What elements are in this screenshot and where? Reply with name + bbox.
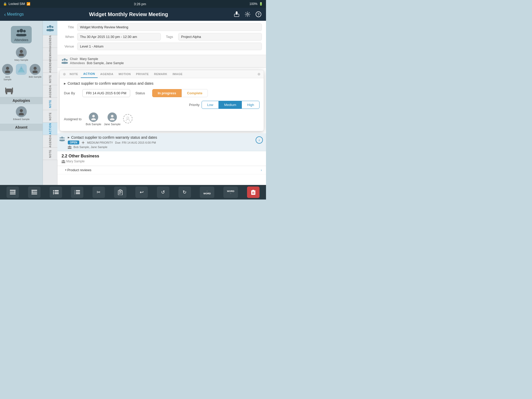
svg-point-3: [247, 14, 249, 15]
toolbar-redo-btn[interactable]: ↻: [178, 187, 191, 198]
when-value[interactable]: Thu 30 Apr 2015 11:30 pm - 12:30 am: [77, 33, 161, 41]
priority-high-button[interactable]: High: [242, 101, 260, 109]
tab-attendees[interactable]: [43, 21, 57, 35]
popup-tab-action[interactable]: ACTION: [81, 70, 98, 78]
main-layout: Attendees Mary Sample: [0, 21, 266, 185]
toolbar-expand-btn[interactable]: [28, 187, 41, 198]
svg-rect-86: [119, 190, 121, 191]
tab-agenda-4[interactable]: AGENDA: [43, 135, 57, 148]
avatar-jane: [2, 64, 13, 75]
popup-tab-private[interactable]: PRIVATE: [133, 70, 151, 78]
action-assignees-text: Bob Sample, Jane Sample: [74, 145, 107, 149]
help-button[interactable]: ?: [255, 11, 262, 18]
status-time: 3:26 pm: [134, 2, 146, 6]
popup-nav-right[interactable]: ⊕: [256, 71, 262, 77]
tab-note-4[interactable]: NOTE: [43, 148, 57, 160]
venue-value[interactable]: Level 1 - Atrium: [77, 43, 262, 50]
tab-agenda-2[interactable]: AGENDA: [43, 60, 57, 73]
svg-point-6: [19, 29, 23, 32]
attendee-mary: Mary Sample: [14, 47, 28, 61]
tags-value[interactable]: Project Alpha: [178, 33, 262, 41]
action-row-meta: OPEN MEDIUM PRIORITY Due: FRI 14 AUG 201…: [68, 141, 254, 144]
toolbar-numbered-btn[interactable]: 1 2 3: [71, 187, 83, 198]
action-open-badge: OPEN: [68, 141, 79, 144]
svg-point-40: [92, 115, 95, 117]
toolbar-clipboard-btn[interactable]: [114, 187, 127, 198]
svg-point-42: [111, 115, 114, 117]
bottom-toolbar: 1 2 3 ✂ ↩ ↺ ↻ ~ WORD WORD ~: [0, 185, 266, 200]
assigned-jane-avatar: [108, 112, 117, 122]
priority-buttons: Low Medium High: [202, 101, 260, 109]
tab-remark-1[interactable]: REMARK: [43, 48, 57, 60]
meeting-tabs: AGENDA REMARK AGENDA NOTE AGENDA NOTE NO…: [43, 21, 57, 185]
venue-row: Venue Level 1 - Atrium: [62, 43, 262, 50]
title-label: Title: [62, 25, 77, 29]
status-label: Status: [135, 91, 145, 95]
meeting-info: Title Widget Monthly Review Meeting When…: [57, 21, 266, 55]
tab-note-3[interactable]: NOTE: [43, 110, 57, 123]
tab-action[interactable]: ACTION: [43, 123, 57, 135]
assigned-empty[interactable]: [123, 114, 132, 124]
status-bar-left: 🔒 Locked SIM 📶: [3, 2, 30, 6]
toolbar-word-to-btn[interactable]: WORD ~: [223, 187, 238, 198]
svg-marker-72: [31, 191, 32, 193]
title-value[interactable]: Widget Monthly Review Meeting: [77, 23, 262, 31]
tab-note-1[interactable]: NOTE: [43, 73, 57, 85]
svg-point-59: [63, 160, 64, 162]
action-row-content: Contact supplier to confirm warranty sta…: [68, 135, 254, 149]
status-bar-right: 100% 🔋: [249, 2, 263, 6]
toolbar-undo-btn[interactable]: ↺: [157, 187, 169, 198]
priority-medium-button[interactable]: Medium: [219, 101, 242, 109]
popup-tab-motion[interactable]: MOTION: [116, 70, 133, 78]
battery-icon: 🔋: [259, 2, 263, 6]
svg-point-20: [32, 70, 38, 73]
svg-point-36: [62, 59, 63, 61]
priority-row: Priority Low Medium High: [64, 101, 260, 109]
attendees-button[interactable]: Attendees: [11, 26, 32, 43]
agenda-bullet-chevron: ›: [261, 168, 262, 172]
svg-point-28: [49, 25, 51, 28]
action-priority-text: MEDIUM PRIORITY: [87, 141, 113, 144]
attendees-info-row: Chair Mary Sample Attendees Bob Sample, …: [57, 55, 266, 68]
nav-title: Widget Monthly Review Meeting: [89, 11, 168, 17]
assigned-label: Assigned to: [64, 117, 82, 121]
popup-tab-image[interactable]: IMAGE: [170, 70, 185, 78]
svg-point-44: [127, 117, 129, 119]
attendee-jane: Jane Sample: [1, 64, 14, 81]
toolbar-trash-btn[interactable]: [247, 187, 260, 198]
settings-button[interactable]: [244, 11, 251, 18]
status-in-progress-button[interactable]: In progress: [152, 89, 182, 97]
popup-tab-note[interactable]: NOTE: [67, 70, 81, 78]
empty-seat: [4, 84, 15, 95]
status-complete-button[interactable]: Complete: [182, 89, 208, 97]
toolbar-scissors-btn[interactable]: ✂: [92, 187, 105, 198]
attendees-label: Attendees: [14, 38, 28, 42]
action-list-item: Contact supplier to confirm warranty sta…: [57, 133, 266, 151]
svg-point-8: [17, 30, 19, 32]
svg-point-14: [6, 67, 9, 70]
back-button[interactable]: ‹ Meetings: [4, 11, 24, 17]
priority-low-button[interactable]: Low: [202, 101, 219, 109]
toolbar-word-from-btn[interactable]: ~ WORD: [200, 187, 214, 198]
tab-agenda-3[interactable]: AGENDA: [43, 85, 57, 98]
agenda-presenter-name: Mary Sample: [66, 159, 85, 163]
toolbar-back-btn[interactable]: ↩: [135, 187, 148, 198]
action-back-chevron[interactable]: ‹: [256, 136, 263, 144]
svg-point-43: [110, 118, 115, 120]
toolbar-list-btn[interactable]: [50, 187, 62, 198]
svg-point-57: [70, 146, 71, 147]
toolbar-collapse-btn[interactable]: [6, 187, 19, 198]
attendee-jane-name: Jane Sample: [1, 76, 14, 81]
nav-bar: ‹ Meetings Widget Monthly Review Meeting…: [0, 8, 266, 21]
tab-agenda-1[interactable]: AGENDA: [43, 35, 57, 48]
action-due-text: Due: FRI 14 AUG 2015 6:00 PM: [115, 141, 156, 144]
share-button[interactable]: [233, 11, 240, 18]
tab-note-2[interactable]: NOTE: [43, 98, 57, 110]
popup-tab-remark[interactable]: REMARK: [151, 70, 170, 78]
due-by-value[interactable]: FRI 14 AUG 2015 6:00 PM: [82, 89, 130, 97]
svg-point-75: [53, 192, 54, 193]
svg-point-73: [53, 190, 54, 191]
popup-nav-left[interactable]: ⊕: [62, 71, 67, 77]
attendees-icon: [16, 28, 26, 38]
popup-tab-agenda[interactable]: AGENDA: [98, 70, 116, 78]
